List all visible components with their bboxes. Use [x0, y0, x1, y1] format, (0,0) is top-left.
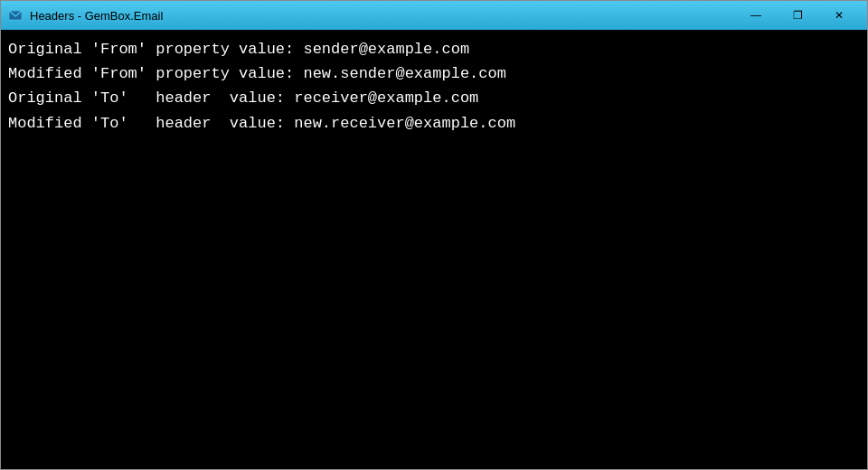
window-title: Headers - GemBox.Email: [30, 9, 163, 23]
console-output[interactable]: Original 'From' property value: sender@e…: [1, 30, 867, 469]
application-window: Headers - GemBox.Email — ❐ ✕ Original 'F…: [0, 0, 868, 470]
title-bar-left: Headers - GemBox.Email: [8, 8, 163, 23]
title-bar-controls: — ❐ ✕: [735, 1, 860, 30]
close-button[interactable]: ✕: [818, 1, 860, 30]
minimize-button[interactable]: —: [735, 1, 777, 30]
app-icon: [8, 8, 23, 23]
console-text: Original 'From' property value: sender@e…: [3, 33, 863, 139]
maximize-button[interactable]: ❐: [777, 1, 818, 30]
title-bar: Headers - GemBox.Email — ❐ ✕: [1, 1, 867, 30]
